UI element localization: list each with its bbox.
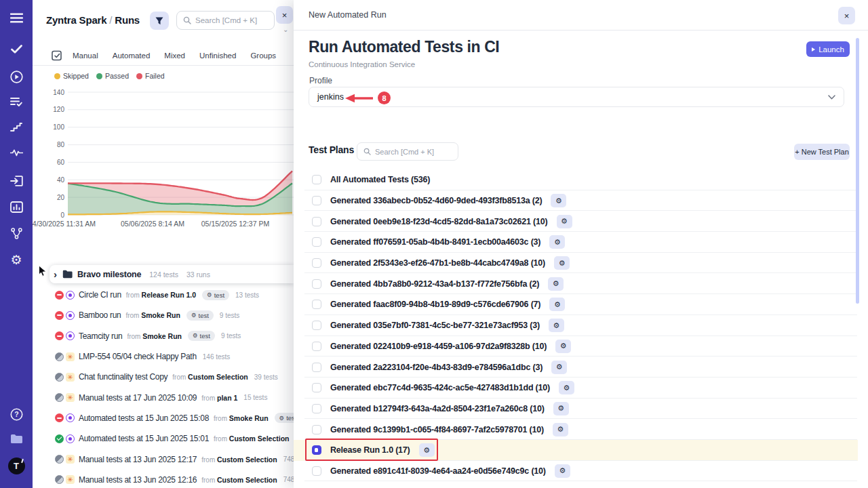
run-list-item[interactable]: Manual tests at 13 Jun 2025 12:16from Cu…	[33, 470, 294, 488]
sidebar-item-gear[interactable]: ⚙	[0, 253, 33, 266]
plan-settings-button[interactable]: ⚙	[549, 235, 565, 249]
tab-unfinished[interactable]: Unfinished	[199, 52, 236, 60]
plan-checkbox[interactable]	[312, 466, 321, 476]
plan-settings-button[interactable]: ⚙	[553, 402, 569, 415]
sidebar-item-activity[interactable]	[0, 149, 33, 157]
run-list-item[interactable]: Manual tests at 13 Jun 2025 12:17from Cu…	[33, 449, 294, 469]
plan-settings-button[interactable]: ⚙	[548, 277, 564, 291]
breadcrumb-app[interactable]: Zyntra Spark	[46, 14, 106, 26]
plan-label: Generated 022410b9-e918-4459-a106-97d2a9…	[330, 342, 547, 351]
plan-settings-button[interactable]: ⚙	[551, 194, 566, 207]
modal-header-title: New Automated Run	[309, 10, 387, 20]
tab-groups[interactable]: Groups	[250, 52, 276, 60]
plan-settings-button[interactable]: ⚙	[549, 319, 564, 332]
modal-close-button[interactable]: ×	[838, 7, 855, 24]
select-all-checkbox-icon[interactable]	[52, 50, 62, 61]
run-source: from Smoke Run	[125, 311, 180, 319]
plan-checkbox[interactable]	[312, 258, 321, 268]
test-plan-row[interactable]: Generated 9c1399b1-c065-4f84-8697-7af2c5…	[294, 419, 858, 440]
plan-checkbox[interactable]	[312, 445, 321, 455]
plan-settings-button[interactable]: ⚙	[419, 443, 435, 457]
plan-checkbox[interactable]	[312, 342, 321, 351]
test-plan-row[interactable]: Generated 022410b9-e918-4459-a106-97d2a9…	[294, 336, 858, 357]
group-row[interactable]: › Bravo milestone 124 tests 33 runs	[50, 265, 294, 283]
plan-checkbox[interactable]	[312, 279, 321, 289]
svg-text:0: 0	[60, 211, 64, 219]
menu-icon	[10, 13, 23, 23]
plan-settings-button[interactable]: ⚙	[555, 464, 570, 478]
sidebar-item-play-circle[interactable]	[0, 70, 33, 83]
test-plan-row[interactable]: Generated 035e7bf0-7381-4c5c-be77-321e73…	[294, 315, 858, 336]
run-list-item[interactable]: Automated tests at 15 Jun 2025 15:01from…	[33, 428, 294, 449]
plan-label: All Automated Tests (536)	[330, 175, 430, 184]
plan-settings-button[interactable]: ⚙	[559, 381, 574, 394]
legend-label: Failed	[145, 72, 165, 80]
plan-settings-button[interactable]: ⚙	[557, 215, 572, 228]
plan-checkbox[interactable]	[312, 321, 321, 330]
plan-checkbox[interactable]	[312, 425, 321, 434]
svg-text:04/30/2025 11:31 AM: 04/30/2025 11:31 AM	[33, 220, 96, 228]
filter-button[interactable]	[150, 12, 169, 30]
sidebar-item-help[interactable]: ?	[0, 408, 33, 421]
test-plan-row[interactable]: Generated 4bb7a8b0-9212-43a4-b137-f772fe…	[294, 273, 858, 294]
sidebar-item-logo[interactable]: T	[0, 458, 33, 474]
panel-close-button[interactable]: ×	[276, 6, 293, 24]
test-plan-row[interactable]: Generated b12794f3-643a-4a2d-8504-23f1e7…	[294, 399, 858, 420]
tab-mixed[interactable]: Mixed	[164, 52, 185, 60]
plan-checkbox[interactable]	[312, 383, 321, 392]
gear-icon: ⚙	[553, 321, 560, 330]
launch-button[interactable]: Launch	[806, 41, 850, 57]
sidebar-item-menu[interactable]	[0, 13, 33, 23]
plan-checkbox[interactable]	[312, 404, 321, 413]
test-plan-row[interactable]: Generated e891c41f-8039-4e64-aa24-e0d56e…	[294, 461, 858, 482]
run-list-item[interactable]: Teamcity runfrom Smoke Run⚙test9 tests	[33, 326, 294, 346]
test-plan-row[interactable]: All Automated Tests (536)	[294, 169, 858, 190]
plan-settings-button[interactable]: ⚙	[554, 256, 570, 270]
sidebar-item-bar-chart[interactable]	[0, 201, 33, 213]
plan-settings-button[interactable]: ⚙	[549, 298, 565, 311]
tab-manual[interactable]: Manual	[73, 52, 98, 60]
run-list-item[interactable]: Chat functinality test Copyfrom Custom S…	[33, 367, 294, 387]
plan-checkbox[interactable]	[312, 217, 321, 226]
plan-settings-button[interactable]: ⚙	[555, 340, 571, 353]
new-test-plan-button[interactable]: + New Test Plan	[794, 144, 850, 160]
partial-icon: ⌄	[283, 26, 288, 33]
plan-checkbox[interactable]	[312, 237, 321, 247]
scrollbar-thumb[interactable]	[856, 38, 859, 304]
run-name: Teamcity run	[79, 331, 122, 341]
plan-checkbox[interactable]	[312, 300, 321, 309]
chevron-right-icon[interactable]: ›	[54, 269, 57, 279]
test-plan-row[interactable]: Generated faac8f09-94b8-4b19-89d9-c576cd…	[294, 294, 858, 315]
plan-checkbox[interactable]	[312, 175, 321, 184]
test-plan-row[interactable]: Generated 2f5343e3-ef26-47b1-be8b-44cabc…	[294, 253, 858, 274]
plan-checkbox[interactable]	[312, 196, 321, 205]
test-plan-row[interactable]: Generated ff076591-05ab-4b4b-8491-1ecb00…	[294, 232, 858, 253]
sidebar-item-steps[interactable]	[0, 123, 33, 131]
legend-dot-icon	[54, 73, 60, 79]
test-plan-row[interactable]: Generated 0eeb9e18-f23d-4cd5-82dd-8a1a73…	[294, 211, 858, 232]
close-icon: ×	[844, 11, 850, 21]
test-plan-row[interactable]: Release Run 1.0 (17)⚙	[294, 440, 858, 461]
run-list-item[interactable]: Circle CI runfrom Release Run 1.0⚙test13…	[33, 285, 294, 305]
sidebar-item-branch[interactable]	[0, 228, 33, 239]
run-list-item[interactable]: Bamboo runfrom Smoke Run⚙test9 tests	[33, 305, 294, 325]
sidebar-item-check[interactable]	[0, 45, 33, 54]
sidebar-item-folder[interactable]	[0, 434, 33, 444]
gear-icon: ⚙	[423, 446, 430, 455]
plan-checkbox[interactable]	[312, 363, 321, 372]
test-plan-row[interactable]: Generated 336abecb-0b52-4d60-9ded-493f3f…	[294, 190, 858, 211]
test-plan-row[interactable]: Generated ebc77c4d-9635-424c-ac5e-427483…	[294, 378, 858, 399]
tab-automated[interactable]: Automated	[113, 52, 151, 60]
svg-text:40: 40	[57, 176, 65, 184]
runs-search-input[interactable]: Search [Cmd + K]	[176, 11, 275, 30]
plan-settings-button[interactable]: ⚙	[553, 423, 568, 436]
legend-label: Skipped	[63, 72, 89, 80]
test-plans-search-input[interactable]: Search [Cmd + K]	[357, 142, 458, 161]
run-list-item[interactable]: Manual tests at 17 Jun 2025 10:09from pl…	[33, 387, 294, 407]
run-list-item[interactable]: Automated tests at 15 Jun 2025 15:08from…	[33, 408, 294, 428]
sidebar-item-sign-in[interactable]	[0, 176, 33, 186]
plan-settings-button[interactable]: ⚙	[551, 361, 567, 374]
test-plan-row[interactable]: Generated 2a223104-f20e-4b43-83d9-e78459…	[294, 357, 858, 378]
run-list-item[interactable]: LMP-554 05/04 check Happy Path146 tests	[33, 346, 294, 367]
sidebar-item-list-check[interactable]	[0, 97, 33, 106]
